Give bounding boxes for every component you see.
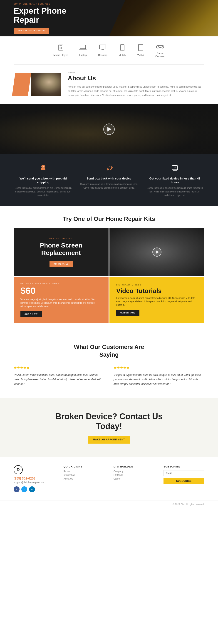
footer-socials: f t in [14, 486, 54, 492]
laptop-icon [79, 44, 87, 52]
process-return-title: Send box back with your device [80, 177, 138, 180]
footer-logo: D [14, 465, 23, 474]
fixed-device-icon [145, 163, 204, 174]
testimonial-1-stars: ★★★★★ [14, 366, 105, 370]
game-console-icon [156, 43, 164, 51]
about-images [14, 73, 61, 96]
footer-subscribe-title: Subscribe [164, 465, 204, 468]
kit-play-button[interactable] [152, 248, 161, 256]
svg-rect-5 [100, 45, 106, 49]
tablet-icon [138, 44, 143, 52]
kit-details-button[interactable]: KIT DETAILS [49, 261, 73, 267]
svg-rect-9 [122, 45, 123, 45]
testimonial-2-quote: "Aliqua id fugiat nostrud irure ex duis … [113, 372, 204, 386]
svg-rect-3 [60, 46, 62, 46]
process-item-shipping: We'll send you a box with prepaid shippi… [14, 163, 73, 197]
hero-content: Divi Phone Repair Services Expert PhoneR… [0, 0, 80, 36]
desktop-icon [99, 44, 107, 52]
kit-shop-now-button[interactable]: SHOP NOW [20, 311, 42, 317]
process-item-fixed: Get your fixed device in less than 48 ho… [145, 163, 204, 197]
footer-link-information[interactable]: Information [64, 474, 105, 476]
kit-battery-price: $60 [20, 286, 36, 296]
device-game-console[interactable]: GameConsole [155, 43, 164, 58]
footer-divi-builder-title: Divi Builder [113, 465, 154, 468]
hero-title: Expert PhoneRepair [14, 6, 66, 24]
laptop-label: Laptop [79, 54, 87, 56]
device-tablet[interactable]: Tablet [137, 44, 144, 57]
testimonial-2-stars: ★★★★★ [113, 366, 204, 370]
return-icon [80, 163, 138, 174]
make-appointment-button[interactable]: Make an Appointment [88, 436, 130, 444]
footer-phone[interactable]: (255) 352-6258 [14, 476, 54, 480]
hero-section: Divi Phone Repair Services Expert PhoneR… [0, 0, 218, 36]
kit-battery: PHONE BATTERY REPLACEMENT $60 Vivamus ma… [14, 277, 109, 323]
footer-link-career[interactable]: Career [113, 478, 154, 480]
testimonials-section: What Our Customers AreSaying ★★★★★ "Null… [0, 332, 218, 398]
about-title: About Us [68, 74, 204, 82]
devices-section: Music Player Laptop Desktop Mobile Table… [0, 36, 218, 64]
kit-video-tutorials: DIY REPAIR VIDEOS Video Tutorials Lorem … [109, 277, 204, 323]
process-fixed-title: Get your fixed device in less than 48 ho… [145, 177, 204, 184]
kit-battery-text: Vivamus magna justo, lacinia eget consec… [20, 298, 102, 308]
kit-watch-now-button[interactable]: WATCH NOW [116, 310, 139, 316]
footer-subscribe-button[interactable]: Subscribe [164, 478, 204, 484]
kit-screen-label: CRACKED SCREEN [49, 237, 73, 239]
send-in-device-button[interactable]: Send in Your Device [14, 28, 49, 34]
kits-grid: CRACKED SCREEN Phone ScreenReplacement K… [14, 228, 204, 323]
facebook-icon[interactable]: f [14, 486, 19, 492]
music-player-icon [57, 44, 64, 52]
kit-screen-title: Phone ScreenReplacement [40, 242, 82, 257]
svg-point-13 [162, 46, 163, 47]
linkedin-icon[interactable]: in [29, 486, 35, 492]
about-label: About [68, 72, 204, 74]
device-mobile[interactable]: Mobile [119, 44, 126, 57]
kit-photo-video [109, 228, 204, 276]
testimonials-grid: ★★★★★ "Nulla Lorem mollit cupidatat irur… [14, 366, 204, 386]
testimonial-1: ★★★★★ "Nulla Lorem mollit cupidatat irur… [14, 366, 105, 386]
testimonial-2: ★★★★★ "Aliqua id fugiat nostrud irure ex… [113, 366, 204, 386]
desktop-label: Desktop [98, 54, 107, 56]
device-desktop[interactable]: Desktop [98, 44, 107, 56]
mobile-icon [120, 44, 125, 52]
process-item-return: Send box back with your device Cras nec … [80, 163, 138, 197]
svg-point-2 [60, 48, 61, 48]
footer-subscribe: Subscribe Subscribe [164, 465, 204, 492]
footer-email-input[interactable] [164, 470, 204, 476]
repair-kits-section: Try One of Our Home Repair Kits CRACKED … [0, 206, 218, 332]
device-laptop[interactable]: Laptop [79, 44, 87, 56]
kit-videos-label: DIY REPAIR VIDEOS [116, 284, 141, 286]
about-body: Aenean nec dui sed leo efficitur placera… [68, 84, 204, 97]
footer-link-company[interactable]: Company [113, 470, 154, 473]
twitter-icon[interactable]: t [21, 486, 27, 492]
play-button[interactable] [103, 124, 115, 135]
tablet-label: Tablet [137, 54, 144, 57]
kit-videos-text: Lorem ipsum dolor sit amet, consectetur … [116, 296, 198, 307]
footer-divi-builder: Divi Builder Company Lift Media Career [113, 465, 154, 492]
footer-link-about-us[interactable]: About Us [64, 478, 105, 480]
svg-point-12 [162, 46, 162, 46]
footer-copyright: © 2022 Divi. All rights reserved. [0, 500, 218, 508]
process-section: We'll send you a box with prepaid shippi… [0, 154, 218, 206]
about-photo [31, 73, 61, 96]
footer-quick-links-title: Quick Links [64, 465, 105, 468]
repair-kits-title: Try One of Our Home Repair Kits [14, 216, 204, 222]
footer: D (255) 352-6258 support@diviphonerepair… [0, 457, 218, 500]
footer-email[interactable]: support@diviphonerepair.com [14, 481, 54, 484]
kit-play-icon [156, 250, 159, 254]
mobile-label: Mobile [119, 54, 126, 57]
footer-link-product[interactable]: Product [64, 470, 105, 473]
kit-phone-screen: CRACKED SCREEN Phone ScreenReplacement K… [14, 228, 109, 276]
svg-point-11 [140, 50, 141, 50]
about-orange-shape [12, 73, 31, 96]
cta-section: Broken Device? Contact UsToday! Make an … [0, 398, 218, 457]
game-console-label: GameConsole [155, 52, 164, 58]
hero-label: Divi Phone Repair Services [14, 3, 66, 5]
process-fixed-text: Donec justo odio, tincidunt ac lacinia i… [145, 186, 204, 197]
device-music-player[interactable]: Music Player [53, 44, 68, 56]
footer-link-lift-media[interactable]: Lift Media [113, 474, 154, 476]
cta-title: Broken Device? Contact UsToday! [14, 412, 204, 431]
footer-quick-links: Quick Links Product Information About Us [64, 465, 105, 492]
shipping-icon [14, 163, 73, 174]
footer-brand: D (255) 352-6258 support@diviphonerepair… [14, 465, 54, 492]
about-photo-inner [31, 73, 61, 96]
